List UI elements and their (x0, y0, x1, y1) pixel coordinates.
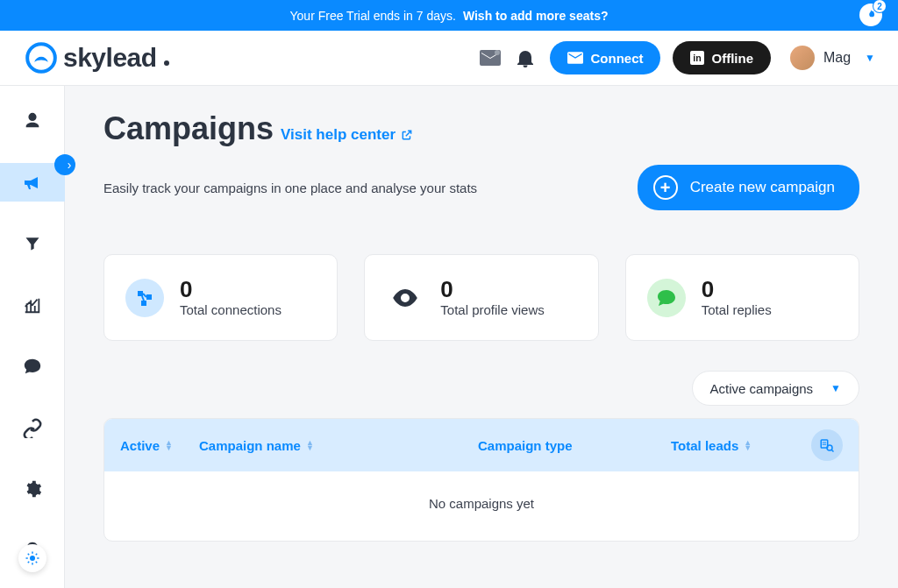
plus-icon: + (653, 175, 678, 200)
megaphone-icon (22, 172, 43, 193)
svg-point-1 (495, 50, 500, 55)
user-name: Mag (823, 50, 851, 66)
th-campaign-name[interactable]: Campaign name ▲▼ (199, 438, 445, 453)
svg-line-11 (27, 562, 29, 563)
stats-cards: 0 Total connections 0 Total profile view… (103, 254, 859, 341)
brand-logo[interactable]: skylead (25, 41, 169, 74)
connections-label: Total connections (180, 302, 282, 317)
chevron-down-icon: ▼ (830, 382, 841, 394)
help-link-text: Visit help center (281, 126, 396, 144)
sidebar-item-campaigns[interactable]: › (0, 163, 65, 202)
svg-rect-14 (146, 294, 152, 300)
theme-toggle[interactable] (18, 544, 46, 572)
offline-button[interactable]: in Offline (673, 41, 771, 74)
sidebar: › (0, 86, 65, 588)
campaigns-table: Active ▲▼ Campaign name ▲▼ Campaign type… (103, 418, 859, 542)
banner-cta-link[interactable]: Wish to add more seats? (463, 9, 609, 23)
svg-line-16 (143, 294, 146, 297)
connections-value: 0 (180, 278, 282, 301)
logo-wordmark: skylead (63, 43, 157, 73)
chevron-right-icon: › (68, 158, 72, 172)
connect-button[interactable]: Connect (550, 41, 660, 74)
chevron-down-icon: ▼ (865, 52, 875, 64)
sort-icon: ▲▼ (744, 440, 752, 450)
funnel-icon (24, 235, 41, 252)
card-views: 0 Total profile views (364, 254, 598, 341)
banner-text: Your Free Trial ends in 7 days. (290, 9, 456, 23)
sidebar-item-profile[interactable] (13, 102, 52, 140)
replies-label: Total replies (702, 302, 772, 317)
chart-icon (22, 295, 43, 315)
bell-icon[interactable] (517, 48, 534, 67)
logo-mark-icon (25, 41, 58, 74)
card-connections: 0 Total connections (103, 254, 338, 341)
sidebar-item-links[interactable] (13, 408, 52, 447)
views-value: 0 (440, 278, 544, 301)
sort-icon: ▲▼ (165, 440, 173, 450)
card-replies: 0 Total replies (625, 254, 859, 341)
svg-line-23 (831, 450, 833, 451)
svg-rect-13 (138, 291, 143, 296)
connections-icon (125, 279, 164, 317)
svg-text:in: in (694, 53, 702, 63)
svg-rect-15 (141, 301, 146, 306)
svg-point-18 (403, 295, 408, 300)
user-icon (23, 111, 42, 131)
replies-value: 0 (702, 278, 772, 301)
sidebar-item-chat[interactable] (13, 347, 52, 386)
replies-icon (647, 279, 686, 317)
notification-badge[interactable]: 2 (859, 4, 882, 26)
th-total-leads[interactable]: Total leads ▲▼ (671, 438, 811, 453)
topbar: skylead Connect in Offline Mag ▼ (0, 31, 898, 86)
views-label: Total profile views (440, 302, 544, 317)
avatar (790, 46, 815, 70)
svg-line-10 (35, 562, 37, 563)
trial-banner: Your Free Trial ends in 7 days. Wish to … (0, 0, 898, 31)
envelope-icon (567, 52, 583, 64)
chat-icon (23, 357, 42, 376)
external-link-icon (401, 129, 413, 141)
user-menu[interactable]: Mag ▼ (790, 46, 875, 70)
create-campaign-button[interactable]: + Create new campaign (638, 165, 859, 210)
page-title: Campaigns (103, 110, 274, 147)
table-search-button[interactable] (811, 429, 843, 461)
svg-line-12 (35, 554, 37, 556)
logo-dot (164, 60, 169, 66)
page-subtitle: Easily track your campaigns in one place… (103, 181, 477, 195)
table-header: Active ▲▼ Campaign name ▲▼ Campaign type… (104, 419, 859, 471)
sort-icon: ▲▼ (306, 440, 314, 450)
notification-count: 2 (873, 0, 886, 12)
filter-selected: Active campaigns (710, 381, 814, 396)
table-empty-state: No campaigns yet (104, 471, 859, 541)
svg-point-4 (30, 556, 35, 561)
th-active[interactable]: Active ▲▼ (120, 438, 199, 453)
offline-label: Offline (711, 51, 753, 66)
main-content: Campaigns Visit help center Easily track… (65, 86, 898, 588)
linkedin-icon: in (690, 51, 704, 65)
help-center-link[interactable]: Visit help center (281, 126, 413, 144)
connect-label: Connect (590, 51, 643, 66)
inbox-icon[interactable] (480, 50, 501, 66)
campaign-filter-dropdown[interactable]: Active campaigns ▼ (692, 371, 859, 406)
svg-line-9 (27, 554, 29, 556)
sun-icon (25, 550, 40, 566)
th-campaign-type[interactable]: Campaign type (478, 438, 671, 453)
sidebar-item-reports[interactable] (13, 286, 52, 324)
sidebar-item-filters[interactable] (13, 224, 52, 263)
gear-icon (23, 479, 42, 499)
svg-line-17 (142, 296, 144, 301)
views-icon (386, 279, 424, 317)
create-campaign-label: Create new campaign (690, 179, 835, 196)
search-columns-icon (819, 437, 835, 453)
sidebar-item-settings[interactable] (13, 470, 52, 508)
link-icon (22, 417, 43, 438)
